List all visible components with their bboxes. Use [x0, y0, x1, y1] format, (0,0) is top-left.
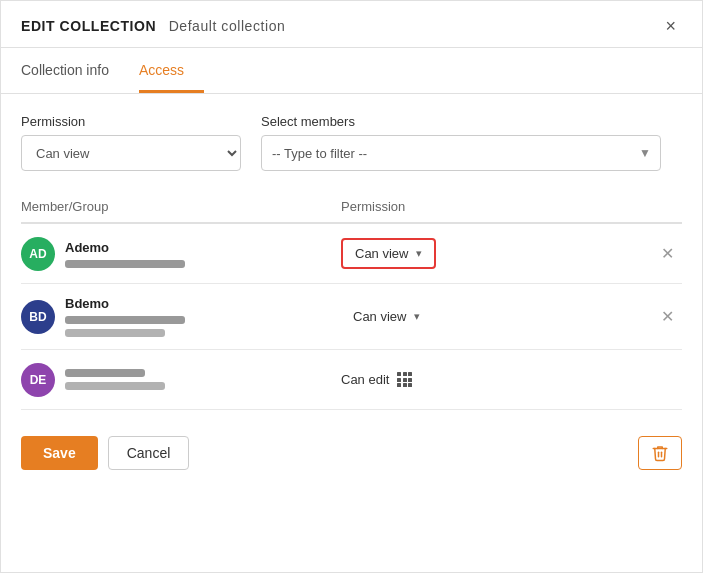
col-header-member: Member/Group: [21, 199, 341, 214]
avatar-bdemo: BD: [21, 300, 55, 334]
table-row: AD Ademo Can view ▾ ✕: [21, 224, 682, 284]
members-label: Select members: [261, 114, 661, 129]
member-name-ademo: Ademo: [65, 240, 185, 255]
permission-select[interactable]: Can view Can edit Admin: [21, 135, 241, 171]
tab-collection-info[interactable]: Collection info: [21, 48, 129, 93]
member-sub2-demo3: [65, 382, 165, 390]
table-row: BD Bdemo Can view ▾ ✕: [21, 284, 682, 350]
tab-bar: Collection info Access: [1, 48, 702, 94]
member-name-bdemo: Bdemo: [65, 296, 185, 311]
row-actions-ademo: ✕: [642, 240, 682, 267]
chevron-down-icon: ▾: [414, 310, 420, 323]
permission-group: Permission Can view Can edit Admin: [21, 114, 241, 171]
permission-value-demo3: Can edit: [341, 372, 389, 387]
footer-left: Save Cancel: [21, 436, 189, 470]
dialog-footer: Save Cancel: [1, 420, 702, 486]
members-filter-display[interactable]: -- Type to filter --: [261, 135, 661, 171]
member-sub-bdemo: [65, 316, 185, 324]
avatar-ademo: AD: [21, 237, 55, 271]
title-prefix: EDIT COLLECTION: [21, 18, 156, 34]
delete-button[interactable]: [638, 436, 682, 470]
permission-cell-ademo: Can view ▾: [341, 238, 642, 269]
permission-value-bdemo: Can view: [353, 309, 406, 324]
grid-icon-demo3: [397, 372, 412, 387]
permission-edit-demo3: Can edit: [341, 366, 412, 393]
member-cell-demo3: DE: [21, 363, 341, 397]
permission-cell-bdemo: Can view ▾: [341, 303, 642, 330]
permission-dropdown-bdemo[interactable]: Can view ▾: [341, 303, 432, 330]
table-header: Member/Group Permission: [21, 191, 682, 224]
remove-button-ademo[interactable]: ✕: [653, 240, 682, 267]
table-row: DE Can edit: [21, 350, 682, 410]
permission-cell-demo3: Can edit: [341, 366, 642, 393]
remove-button-bdemo[interactable]: ✕: [653, 303, 682, 330]
member-info-ademo: Ademo: [65, 240, 185, 268]
members-filter-wrapper: -- Type to filter -- ▼: [261, 135, 661, 171]
trash-icon: [651, 444, 669, 462]
row-actions-bdemo: ✕: [642, 303, 682, 330]
col-header-permission: Permission: [341, 199, 682, 214]
member-sub2-bdemo: [65, 329, 165, 337]
permission-label: Permission: [21, 114, 241, 129]
member-cell-bdemo: BD Bdemo: [21, 296, 341, 337]
permission-value-ademo: Can view: [355, 246, 408, 261]
member-sub-ademo: [65, 260, 185, 268]
member-cell-ademo: AD Ademo: [21, 237, 341, 271]
dialog-header: EDIT COLLECTION Default collection ×: [1, 1, 702, 48]
chevron-down-icon: ▾: [416, 247, 422, 260]
form-row: Permission Can view Can edit Admin Selec…: [21, 114, 682, 171]
dialog-title: EDIT COLLECTION Default collection: [21, 18, 285, 34]
tab-access[interactable]: Access: [139, 48, 204, 93]
title-name: Default collection: [169, 18, 286, 34]
members-group: Select members -- Type to filter -- ▼: [261, 114, 661, 171]
cancel-button[interactable]: Cancel: [108, 436, 190, 470]
save-button[interactable]: Save: [21, 436, 98, 470]
tab-content-access: Permission Can view Can edit Admin Selec…: [1, 94, 702, 410]
close-button[interactable]: ×: [659, 15, 682, 37]
title-area: EDIT COLLECTION Default collection: [21, 17, 285, 35]
member-info-bdemo: Bdemo: [65, 296, 185, 337]
edit-collection-dialog: EDIT COLLECTION Default collection × Col…: [0, 0, 703, 573]
member-sub-demo3: [65, 369, 145, 377]
member-info-demo3: [65, 369, 165, 390]
avatar-demo3: DE: [21, 363, 55, 397]
permission-dropdown-ademo[interactable]: Can view ▾: [341, 238, 436, 269]
